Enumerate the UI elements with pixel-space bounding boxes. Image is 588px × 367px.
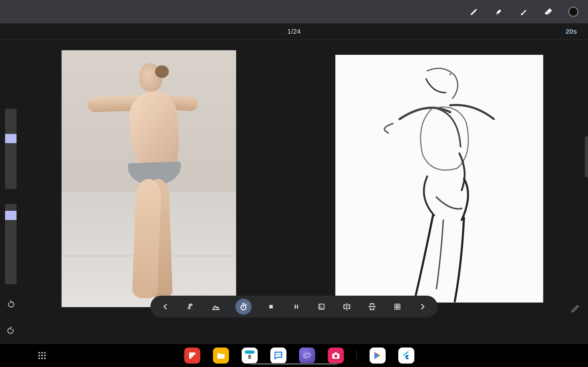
pencil-icon [571, 304, 580, 313]
svg-point-10 [38, 355, 40, 357]
playback-toolbar [150, 296, 438, 317]
side-controls [5, 109, 17, 337]
music-note-icon [187, 303, 195, 311]
flip-vertical-button[interactable] [366, 301, 378, 312]
system-taskbar: 8 [0, 344, 588, 367]
app-camera[interactable] [328, 348, 344, 364]
svg-point-20 [278, 354, 279, 355]
contrast-button[interactable] [316, 301, 327, 312]
sketch-strokes [335, 55, 543, 302]
next-button[interactable] [417, 301, 428, 312]
color-swatch-icon [568, 7, 578, 17]
apps-grid-icon [37, 351, 47, 360]
filter-button[interactable] [210, 301, 222, 312]
flipboard-icon [188, 351, 197, 360]
app-files[interactable] [213, 348, 229, 364]
svg-point-1 [450, 74, 451, 75]
redo-icon [6, 300, 15, 309]
home-indicator[interactable] [250, 363, 338, 365]
taskbar-apps: 8 [47, 348, 551, 364]
workspace [0, 40, 588, 344]
app-flipboard[interactable] [184, 348, 200, 364]
camera-icon [331, 351, 341, 360]
app-play-store[interactable] [370, 348, 386, 364]
draw-tool[interactable] [468, 6, 480, 17]
chat-icon [273, 350, 284, 361]
status-bar: 1/24 20s [0, 23, 588, 40]
app-messages[interactable] [270, 348, 286, 364]
session-timer: 20s [565, 27, 577, 35]
color-picker[interactable] [568, 6, 579, 17]
flip-horizontal-icon [342, 302, 351, 311]
brush-tool[interactable] [518, 6, 529, 17]
svg-rect-26 [335, 352, 337, 354]
eraser-icon [544, 7, 553, 16]
brush-size-slider[interactable] [5, 109, 17, 189]
opacity-slider[interactable] [5, 204, 17, 284]
globe-icon [303, 351, 312, 360]
undo-icon [6, 327, 15, 336]
top-toolbar [0, 0, 588, 23]
slider-thumb[interactable] [5, 211, 17, 220]
brush-icon [519, 7, 528, 16]
svg-point-0 [496, 13, 498, 14]
app-browser[interactable] [299, 348, 315, 364]
progress-counter: 1/24 [287, 27, 301, 35]
edit-button[interactable] [570, 303, 581, 314]
pause-button[interactable] [291, 301, 302, 312]
svg-point-19 [277, 354, 278, 355]
redo-button[interactable] [5, 299, 17, 311]
svg-rect-4 [295, 305, 296, 309]
flutter-icon [401, 351, 411, 360]
svg-point-14 [41, 358, 43, 359]
drawing-canvas[interactable] [335, 55, 543, 302]
app-flutter[interactable] [398, 348, 414, 364]
contrast-icon [318, 303, 326, 311]
figure-placeholder [88, 63, 210, 299]
svg-text:8: 8 [248, 354, 251, 360]
svg-point-21 [280, 354, 281, 355]
undo-button[interactable] [5, 325, 17, 337]
svg-point-12 [44, 355, 46, 357]
pen-tool[interactable] [493, 6, 504, 17]
slider-thumb[interactable] [5, 134, 17, 143]
svg-point-7 [38, 352, 40, 353]
timer-button[interactable] [235, 299, 251, 315]
grid-button[interactable] [392, 301, 403, 312]
svg-rect-5 [297, 305, 298, 309]
taskbar-divider [356, 350, 357, 361]
svg-point-8 [41, 352, 43, 353]
stop-button[interactable] [265, 301, 277, 312]
flip-horizontal-button[interactable] [341, 301, 353, 312]
svg-rect-17 [245, 350, 255, 354]
folder-icon [216, 351, 226, 360]
chevron-right-icon [419, 303, 426, 311]
stopwatch-icon [239, 302, 248, 311]
app-drawer-button[interactable] [37, 350, 47, 361]
pause-icon [293, 303, 300, 310]
flip-vertical-icon [368, 302, 376, 311]
chevron-left-icon [162, 303, 169, 311]
reference-image[interactable] [61, 50, 236, 307]
svg-point-25 [334, 355, 337, 358]
calendar-icon: 8 [243, 349, 256, 362]
svg-point-23 [303, 353, 311, 358]
audio-button[interactable] [185, 301, 196, 312]
app-calendar[interactable]: 8 [242, 348, 258, 364]
eraser-tool[interactable] [543, 6, 554, 17]
right-panel-handle[interactable] [585, 136, 588, 177]
svg-rect-3 [269, 305, 273, 308]
play-store-icon [373, 351, 382, 360]
svg-point-22 [304, 352, 311, 359]
svg-point-11 [41, 355, 43, 357]
pencil-icon [469, 7, 479, 16]
svg-point-9 [44, 352, 46, 353]
pen-icon [494, 7, 503, 16]
prev-button[interactable] [160, 301, 171, 312]
svg-point-13 [38, 358, 40, 359]
svg-point-15 [44, 358, 46, 359]
grid-icon [393, 303, 401, 311]
mountains-icon [212, 302, 220, 311]
stop-icon [268, 303, 275, 310]
